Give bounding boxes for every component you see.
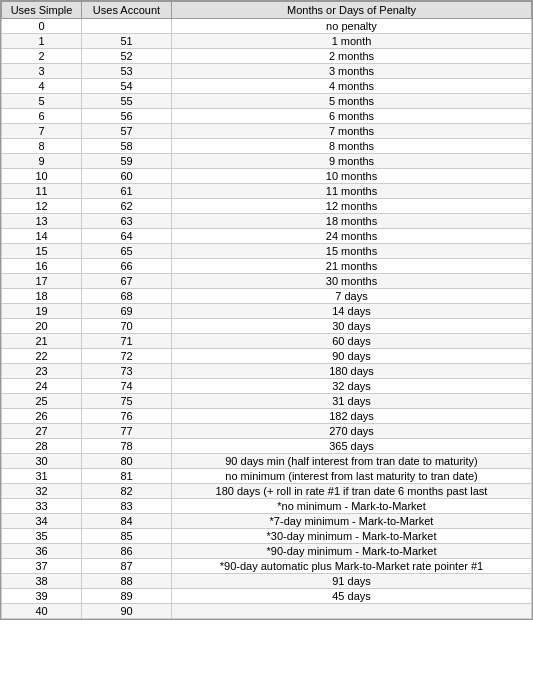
cell-account: 52 — [82, 49, 172, 64]
cell-account: 68 — [82, 289, 172, 304]
table-row: 196914 days — [2, 304, 532, 319]
cell-penalty: 3 months — [172, 64, 532, 79]
cell-penalty: 12 months — [172, 199, 532, 214]
cell-penalty: 1 month — [172, 34, 532, 49]
table-row: 227290 days — [2, 349, 532, 364]
cell-simple: 32 — [2, 484, 82, 499]
cell-penalty: 30 days — [172, 319, 532, 334]
table-row: 5555 months — [2, 94, 532, 109]
table-row: 3181no minimum (interest from last matur… — [2, 469, 532, 484]
cell-penalty: *90-day automatic plus Mark-to-Market ra… — [172, 559, 532, 574]
cell-simple: 1 — [2, 34, 82, 49]
cell-account: 64 — [82, 229, 172, 244]
cell-penalty: 30 months — [172, 274, 532, 289]
cell-account: 82 — [82, 484, 172, 499]
cell-account: 73 — [82, 364, 172, 379]
cell-account: 87 — [82, 559, 172, 574]
table-row: 176730 months — [2, 274, 532, 289]
cell-penalty: *30-day minimum - Mark-to-Market — [172, 529, 532, 544]
cell-penalty: 7 days — [172, 289, 532, 304]
table-row: 8588 months — [2, 139, 532, 154]
cell-penalty: 270 days — [172, 424, 532, 439]
cell-simple: 14 — [2, 229, 82, 244]
cell-simple: 21 — [2, 334, 82, 349]
cell-simple: 36 — [2, 544, 82, 559]
table-row: 257531 days — [2, 394, 532, 409]
cell-account: 77 — [82, 424, 172, 439]
penalty-table: Uses Simple Uses Account Months or Days … — [1, 1, 532, 619]
cell-penalty: 11 months — [172, 184, 532, 199]
table-row: 308090 days min (half interest from tran… — [2, 454, 532, 469]
cell-simple: 4 — [2, 79, 82, 94]
cell-simple: 23 — [2, 364, 82, 379]
cell-account: 60 — [82, 169, 172, 184]
cell-simple: 7 — [2, 124, 82, 139]
cell-penalty: 9 months — [172, 154, 532, 169]
penalty-table-container: Uses Simple Uses Account Months or Days … — [0, 0, 533, 620]
cell-account: 75 — [82, 394, 172, 409]
table-row: 18687 days — [2, 289, 532, 304]
cell-account: 88 — [82, 574, 172, 589]
cell-account: 61 — [82, 184, 172, 199]
table-row: 156515 months — [2, 244, 532, 259]
table-row: 2373180 days — [2, 364, 532, 379]
cell-account: 56 — [82, 109, 172, 124]
cell-penalty: 18 months — [172, 214, 532, 229]
cell-simple: 10 — [2, 169, 82, 184]
cell-penalty: 14 days — [172, 304, 532, 319]
cell-penalty: *7-day minimum - Mark-to-Market — [172, 514, 532, 529]
cell-account: 63 — [82, 214, 172, 229]
cell-penalty: 6 months — [172, 109, 532, 124]
cell-account: 85 — [82, 529, 172, 544]
cell-penalty: no minimum (interest from last maturity … — [172, 469, 532, 484]
cell-account: 57 — [82, 124, 172, 139]
cell-account: 83 — [82, 499, 172, 514]
cell-account: 80 — [82, 454, 172, 469]
table-row: 2676182 days — [2, 409, 532, 424]
table-row: 2522 months — [2, 49, 532, 64]
cell-simple: 12 — [2, 199, 82, 214]
cell-simple: 27 — [2, 424, 82, 439]
table-row: 3484*7-day minimum - Mark-to-Market — [2, 514, 532, 529]
cell-account: 89 — [82, 589, 172, 604]
table-row: 398945 days — [2, 589, 532, 604]
cell-penalty: 15 months — [172, 244, 532, 259]
table-row: 166621 months — [2, 259, 532, 274]
table-row: 3787*90-day automatic plus Mark-to-Marke… — [2, 559, 532, 574]
cell-account: 65 — [82, 244, 172, 259]
table-row: 3686*90-day minimum - Mark-to-Market — [2, 544, 532, 559]
cell-penalty: 45 days — [172, 589, 532, 604]
table-row: 2878365 days — [2, 439, 532, 454]
cell-penalty: 5 months — [172, 94, 532, 109]
cell-simple: 15 — [2, 244, 82, 259]
cell-simple: 26 — [2, 409, 82, 424]
cell-simple: 37 — [2, 559, 82, 574]
cell-penalty: 7 months — [172, 124, 532, 139]
cell-penalty: 32 days — [172, 379, 532, 394]
cell-penalty: 180 days (+ roll in rate #1 if tran date… — [172, 484, 532, 499]
cell-simple: 0 — [2, 19, 82, 34]
table-row: 4544 months — [2, 79, 532, 94]
cell-penalty: 182 days — [172, 409, 532, 424]
cell-simple: 25 — [2, 394, 82, 409]
cell-account: 71 — [82, 334, 172, 349]
cell-simple: 2 — [2, 49, 82, 64]
cell-simple: 39 — [2, 589, 82, 604]
cell-account: 67 — [82, 274, 172, 289]
cell-account: 62 — [82, 199, 172, 214]
cell-simple: 9 — [2, 154, 82, 169]
cell-simple: 24 — [2, 379, 82, 394]
cell-simple: 34 — [2, 514, 82, 529]
cell-account: 55 — [82, 94, 172, 109]
cell-penalty: 2 months — [172, 49, 532, 64]
header-account: Uses Account — [82, 2, 172, 19]
cell-simple: 16 — [2, 259, 82, 274]
cell-simple: 17 — [2, 274, 82, 289]
cell-simple: 30 — [2, 454, 82, 469]
cell-penalty: 4 months — [172, 79, 532, 94]
cell-simple: 6 — [2, 109, 82, 124]
table-row: 3585*30-day minimum - Mark-to-Market — [2, 529, 532, 544]
header-penalty: Months or Days of Penalty — [172, 2, 532, 19]
header-simple: Uses Simple — [2, 2, 82, 19]
table-row: 3383*no minimum - Mark-to-Market — [2, 499, 532, 514]
